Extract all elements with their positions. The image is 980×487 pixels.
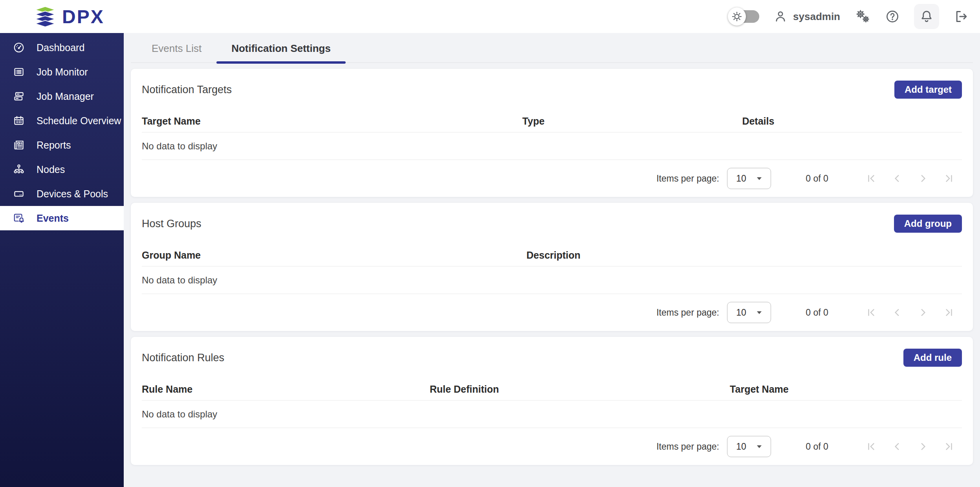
table-header-row: Target Name Type Details [142,110,962,132]
tab-events-list[interactable]: Events List [137,33,216,62]
header-actions: sysadmin [731,4,969,29]
sidebar-item-reports[interactable]: Reports [0,133,124,157]
sidebar-item-devices-pools[interactable]: Devices & Pools [0,182,124,206]
next-page-button[interactable] [910,304,936,321]
sun-icon [731,11,743,22]
first-page-button[interactable] [858,438,884,455]
dpx-stack-icon [34,5,57,28]
items-per-page-select[interactable]: 10 [727,436,771,457]
column-header: Rule Name [142,384,430,395]
items-per-page-label: Items per page: [656,307,719,318]
pagination-bar: Items per page: 10 0 of 0 [142,428,962,465]
job-manager-icon [13,90,25,102]
logo-text: DPX [62,6,104,28]
sidebar-item-label: Nodes [37,164,65,175]
theme-toggle[interactable] [731,10,759,23]
add-rule-button[interactable]: Add rule [903,349,962,367]
sidebar-item-job-manager[interactable]: Job Manager [0,84,124,108]
sidebar-item-label: Reports [37,140,71,151]
previous-page-button[interactable] [884,304,910,321]
last-page-button[interactable] [936,170,962,187]
app-window: DPX [0,0,980,487]
bell-icon [919,9,934,24]
help-icon [885,9,900,24]
tab-notification-settings[interactable]: Notification Settings [216,33,346,62]
main-content: Events List Notification Settings Notifi… [124,33,980,487]
logout-button[interactable] [953,9,969,24]
previous-page-button[interactable] [884,438,910,455]
page-size-value: 10 [736,441,746,452]
gears-icon [854,8,871,25]
settings-button[interactable] [854,8,871,25]
schedule-overview-icon [13,115,25,127]
user-chip[interactable]: sysadmin [773,9,840,24]
nodes-icon [13,164,25,175]
items-per-page-select[interactable]: 10 [727,168,771,189]
items-per-page-select[interactable]: 10 [727,302,771,323]
add-group-button[interactable]: Add group [894,215,962,233]
add-target-button[interactable]: Add target [894,81,962,99]
sidebar: Dashboard Job Monitor [0,33,124,487]
page-range-text: 0 of 0 [788,307,846,318]
notifications-button[interactable] [914,4,939,29]
light-mode-knob [728,7,746,26]
sidebar-item-schedule-overview[interactable]: Schedule Overview [0,108,124,133]
section-title: Notification Targets [142,84,232,96]
host-groups-card: Host Groups Add group Group Name Descrip… [131,203,973,331]
section-title: Notification Rules [142,352,224,364]
column-header: Target Name [142,116,522,127]
empty-state-text: No data to display [142,266,962,294]
table-header-row: Group Name Description [142,244,962,266]
page-range-text: 0 of 0 [788,173,846,184]
notification-rules-card: Notification Rules Add rule Rule Name Ru… [131,337,973,465]
events-icon [13,212,25,224]
sidebar-item-nodes[interactable]: Nodes [0,157,124,182]
sidebar-item-events[interactable]: Events [0,206,124,230]
pagination-bar: Items per page: 10 0 of 0 [142,160,962,197]
chevron-down-icon [757,177,762,180]
logout-icon [953,9,969,24]
sidebar-item-label: Dashboard [37,42,84,53]
previous-page-button[interactable] [884,170,910,187]
sidebar-item-label: Job Manager [37,91,94,102]
sidebar-item-label: Schedule Overview [37,115,121,127]
column-header: Target Name [730,384,962,395]
user-name: sysadmin [793,11,840,23]
empty-state-text: No data to display [142,401,962,428]
column-header: Rule Definition [430,384,730,395]
sidebar-item-job-monitor[interactable]: Job Monitor [0,60,124,84]
tab-bar: Events List Notification Settings [131,33,973,63]
dashboard-icon [13,42,25,53]
column-header: Details [742,116,962,127]
page-size-value: 10 [736,307,746,318]
chevron-down-icon [757,445,762,448]
pagination-bar: Items per page: 10 0 of 0 [142,294,962,331]
page-size-value: 10 [736,173,746,184]
items-per-page-label: Items per page: [656,441,719,452]
page-range-text: 0 of 0 [788,441,846,452]
help-button[interactable] [885,9,900,24]
job-monitor-icon [13,66,25,78]
next-page-button[interactable] [910,438,936,455]
sidebar-item-dashboard[interactable]: Dashboard [0,35,124,60]
empty-state-text: No data to display [142,132,962,160]
first-page-button[interactable] [858,170,884,187]
notification-targets-card: Notification Targets Add target Target N… [131,69,973,197]
first-page-button[interactable] [858,304,884,321]
sidebar-item-label: Devices & Pools [37,188,108,200]
last-page-button[interactable] [936,304,962,321]
column-header: Description [526,250,962,261]
sidebar-item-label: Job Monitor [37,66,88,78]
chevron-down-icon [757,311,762,314]
dpx-logo: DPX [34,5,104,28]
items-per-page-label: Items per page: [656,173,719,184]
last-page-button[interactable] [936,438,962,455]
column-header: Group Name [142,250,526,261]
next-page-button[interactable] [910,170,936,187]
devices-pools-icon [13,188,25,200]
top-header: DPX [0,0,980,33]
column-header: Type [522,116,742,127]
section-title: Host Groups [142,218,201,230]
sidebar-item-label: Events [37,213,69,224]
table-header-row: Rule Name Rule Definition Target Name [142,379,962,401]
